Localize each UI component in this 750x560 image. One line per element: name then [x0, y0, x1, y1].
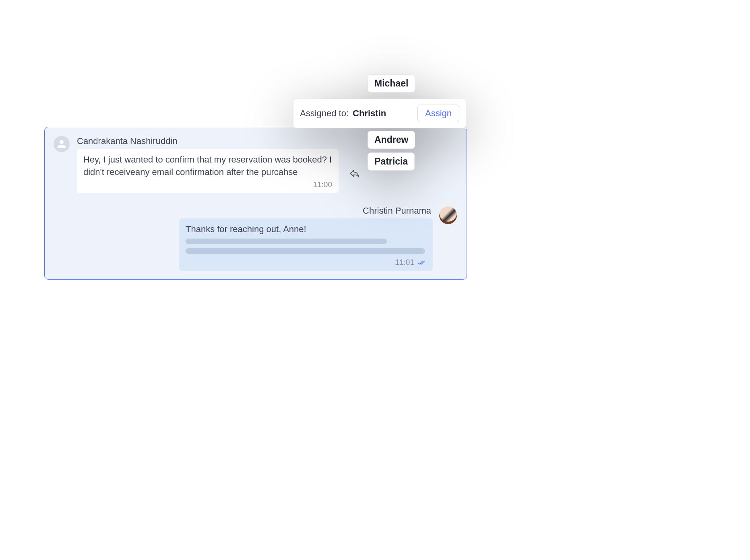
outgoing-bubble: Thanks for reaching out, Anne! 11:01 [179, 218, 433, 271]
avatar-placeholder-icon [54, 136, 70, 152]
outgoing-message: Christin Purnama Thanks for reaching out… [179, 206, 457, 271]
outgoing-text: Thanks for reaching out, Anne! [186, 224, 426, 235]
assign-option-michael[interactable]: Michael [368, 74, 415, 93]
incoming-sender-name: Candrakanta Nashiruddin [77, 136, 339, 146]
incoming-text: Hey, I just wanted to confirm that my re… [83, 154, 332, 179]
chat-card: Candrakanta Nashiruddin Hey, I just want… [44, 127, 467, 280]
placeholder-line [186, 248, 425, 254]
outgoing-time: 11:01 [395, 258, 414, 267]
assign-current: Christin [353, 108, 386, 119]
double-check-icon [417, 259, 426, 266]
reply-icon[interactable] [349, 168, 361, 179]
assign-label: Assigned to: [300, 108, 349, 119]
assign-option-andrew[interactable]: Andrew [368, 131, 415, 149]
outgoing-sender-name: Christin Purnama [363, 206, 431, 216]
incoming-bubble: Hey, I just wanted to confirm that my re… [77, 149, 339, 193]
incoming-time: 11:00 [83, 179, 332, 190]
assign-button[interactable]: Assign [417, 105, 459, 122]
avatar [439, 206, 457, 224]
assign-option-patricia[interactable]: Patricia [368, 152, 415, 171]
placeholder-line [186, 239, 387, 244]
assign-bar: Assigned to: Christin Assign [293, 99, 466, 128]
